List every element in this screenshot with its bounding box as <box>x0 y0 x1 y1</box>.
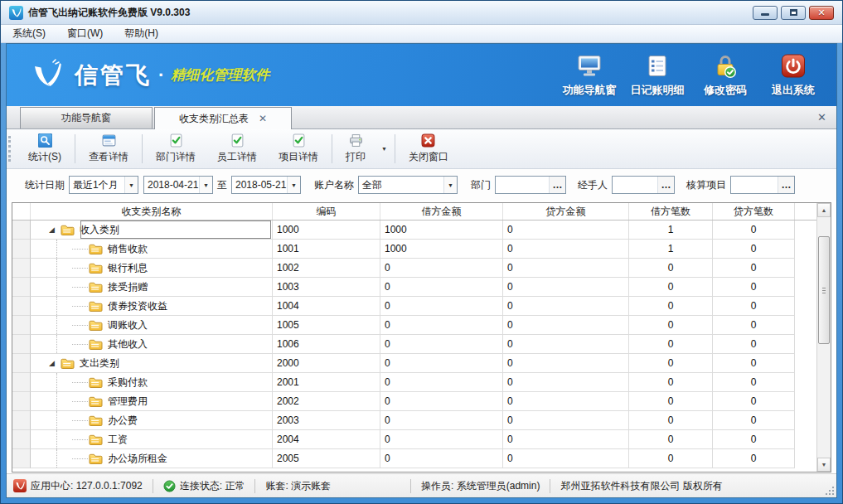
table-row[interactable]: 银行利息10020000 <box>12 259 816 278</box>
debit-count-cell[interactable]: 0 <box>629 411 713 430</box>
code-cell[interactable]: 2005 <box>273 449 380 468</box>
handler-picker-button[interactable]: … <box>657 177 674 193</box>
debit-count-cell[interactable]: 0 <box>629 449 713 468</box>
debit-amount-cell[interactable]: 1000 <box>380 220 503 240</box>
debit-amount-cell[interactable]: 0 <box>380 449 503 468</box>
table-row[interactable]: 其他收入10060000 <box>12 335 816 354</box>
nav-window-button[interactable]: 功能导航窗 <box>558 50 621 100</box>
debit-count-cell[interactable]: 0 <box>629 278 713 297</box>
close-button[interactable]: ✕ <box>809 6 834 20</box>
menu-system[interactable]: 系统(S) <box>12 27 46 41</box>
department-picker-button[interactable]: … <box>549 177 565 193</box>
minimize-button[interactable] <box>753 6 778 20</box>
category-name-cell[interactable]: 其他收入 <box>31 335 273 354</box>
row-indicator[interactable] <box>12 354 31 373</box>
credit-amount-cell[interactable]: 0 <box>503 220 629 240</box>
category-name-cell[interactable]: ◢收入类别 <box>31 220 273 240</box>
debit-count-cell[interactable]: 0 <box>629 259 713 278</box>
debit-amount-cell[interactable]: 0 <box>380 354 503 373</box>
print-button[interactable]: 打印 <box>335 131 376 167</box>
debit-amount-cell[interactable]: 0 <box>380 392 503 411</box>
credit-count-cell[interactable]: 0 <box>713 392 795 411</box>
account-select[interactable]: 全部 ▼ <box>358 176 458 194</box>
credit-amount-cell[interactable]: 0 <box>503 335 629 354</box>
credit-count-cell[interactable]: 0 <box>713 259 795 278</box>
code-cell[interactable]: 1006 <box>273 335 380 354</box>
chevron-down-icon[interactable]: ▼ <box>443 177 457 193</box>
expand-collapse-icon[interactable]: ◢ <box>49 226 61 234</box>
exit-system-button[interactable]: 退出系统 <box>762 50 825 100</box>
header-code[interactable]: 编码 <box>273 203 380 220</box>
debit-amount-cell[interactable]: 0 <box>380 335 503 354</box>
tab-nav-window[interactable]: 功能导航窗 <box>20 107 153 128</box>
header-category-name[interactable]: 收支类别名称 <box>31 203 273 220</box>
debit-count-cell[interactable]: 0 <box>629 430 713 449</box>
debit-count-cell[interactable]: 1 <box>629 220 713 240</box>
debit-count-cell[interactable]: 0 <box>629 316 713 335</box>
statistics-button[interactable]: 统计(S) <box>17 131 72 167</box>
debit-amount-cell[interactable]: 1000 <box>380 240 503 259</box>
debit-amount-cell[interactable]: 0 <box>380 430 503 449</box>
debit-amount-cell[interactable]: 0 <box>380 373 503 392</box>
debit-count-cell[interactable]: 0 <box>629 297 713 316</box>
code-cell[interactable]: 2003 <box>273 411 380 430</box>
category-name-cell[interactable]: 接受捐赠 <box>31 278 273 297</box>
row-indicator[interactable] <box>12 297 31 316</box>
chevron-down-icon[interactable]: ▼ <box>287 177 300 193</box>
table-row[interactable]: ◢收入类别10001000010 <box>12 220 816 240</box>
table-row[interactable]: 采购付款20010000 <box>12 373 816 392</box>
debit-amount-cell[interactable]: 0 <box>380 259 503 278</box>
row-indicator[interactable] <box>12 240 31 259</box>
table-row[interactable]: 接受捐赠10030000 <box>12 278 816 297</box>
credit-amount-cell[interactable]: 0 <box>503 297 629 316</box>
toolbar-grip[interactable] <box>8 136 16 162</box>
row-indicator[interactable] <box>12 430 31 449</box>
credit-amount-cell[interactable]: 0 <box>503 240 629 259</box>
category-name-cell[interactable]: 银行利息 <box>31 259 273 278</box>
resize-grip-handle[interactable] <box>825 486 834 495</box>
chevron-down-icon[interactable]: ▼ <box>124 177 138 193</box>
credit-count-cell[interactable]: 0 <box>713 411 795 430</box>
table-row[interactable]: ◢支出类别20000000 <box>12 354 816 373</box>
code-cell[interactable]: 2002 <box>273 392 380 411</box>
date-from-select[interactable]: 2018-04-21 ▼ <box>143 176 213 194</box>
department-details-button[interactable]: 部门详情 <box>145 131 206 167</box>
table-row[interactable]: 工资20040000 <box>12 430 816 449</box>
credit-amount-cell[interactable]: 0 <box>503 259 629 278</box>
credit-amount-cell[interactable]: 0 <box>503 449 629 468</box>
category-name-cell[interactable]: 管理费用 <box>31 392 273 411</box>
vertical-scrollbar[interactable]: ▲ ▼ <box>816 203 831 472</box>
journal-detail-button[interactable]: 日记账明细 <box>626 50 689 100</box>
category-name-cell[interactable]: 办公场所租金 <box>31 449 273 468</box>
header-credit-amount[interactable]: 贷方金额 <box>503 203 629 220</box>
code-cell[interactable]: 2001 <box>273 373 380 392</box>
code-cell[interactable]: 1003 <box>273 278 380 297</box>
row-indicator[interactable] <box>12 259 31 278</box>
credit-count-cell[interactable]: 0 <box>713 354 795 373</box>
code-cell[interactable]: 1002 <box>273 259 380 278</box>
credit-amount-cell[interactable]: 0 <box>503 354 629 373</box>
debit-amount-cell[interactable]: 0 <box>380 278 503 297</box>
row-indicator[interactable] <box>12 449 31 468</box>
code-cell[interactable]: 1004 <box>273 297 380 316</box>
credit-count-cell[interactable]: 0 <box>713 220 795 240</box>
header-debit-count[interactable]: 借方笔数 <box>629 203 713 220</box>
row-indicator[interactable] <box>12 316 31 335</box>
table-row[interactable]: 调账收入10050000 <box>12 316 816 335</box>
project-details-button[interactable]: 项目详情 <box>268 131 329 167</box>
table-row[interactable]: 管理费用20020000 <box>12 392 816 411</box>
credit-count-cell[interactable]: 0 <box>713 373 795 392</box>
table-row[interactable]: 办公费20030000 <box>12 411 816 430</box>
tabbar-close-icon[interactable]: ✕ <box>817 111 826 124</box>
code-cell[interactable]: 1000 <box>273 220 380 240</box>
tab-close-icon[interactable]: ✕ <box>259 113 267 124</box>
tab-summary-report[interactable]: 收支类别汇总表 ✕ <box>154 107 292 129</box>
menu-help[interactable]: 帮助(H) <box>124 27 158 41</box>
debit-count-cell[interactable]: 0 <box>629 335 713 354</box>
row-indicator[interactable] <box>12 373 31 392</box>
header-credit-count[interactable]: 贷方笔数 <box>713 203 795 220</box>
credit-count-cell[interactable]: 0 <box>713 335 795 354</box>
row-indicator[interactable] <box>12 278 31 297</box>
maximize-button[interactable] <box>781 6 806 20</box>
debit-amount-cell[interactable]: 0 <box>380 316 503 335</box>
